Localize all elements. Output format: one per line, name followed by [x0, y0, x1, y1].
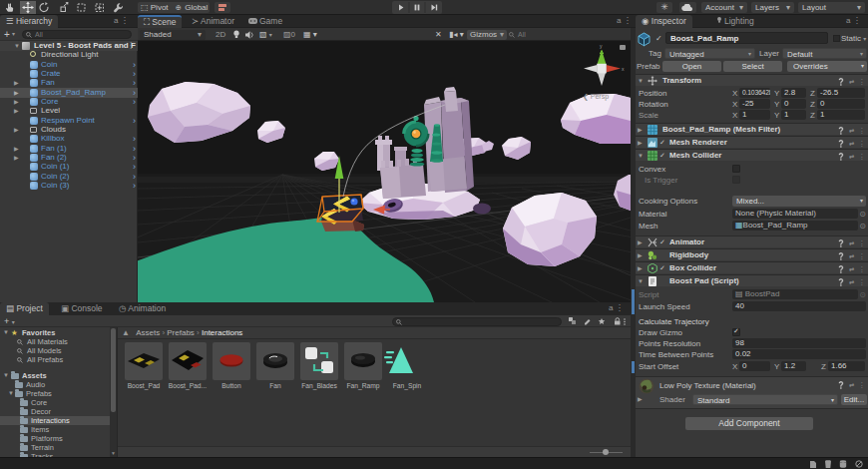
svg-text:Boost_Pad: Boost_Pad: [128, 382, 161, 390]
svg-text:Fan_Ramp: Fan_Ramp: [346, 382, 379, 390]
svg-text:Fan_Blades: Fan_Blades: [301, 382, 337, 390]
svg-text:Fan_Spin: Fan_Spin: [393, 382, 422, 390]
svg-text:Fan: Fan: [269, 382, 281, 389]
svg-text:Boost_Pad...: Boost_Pad...: [169, 382, 207, 390]
svg-text:❮ Persp: ❮ Persp: [583, 93, 609, 101]
svg-text:Button: Button: [221, 382, 241, 389]
